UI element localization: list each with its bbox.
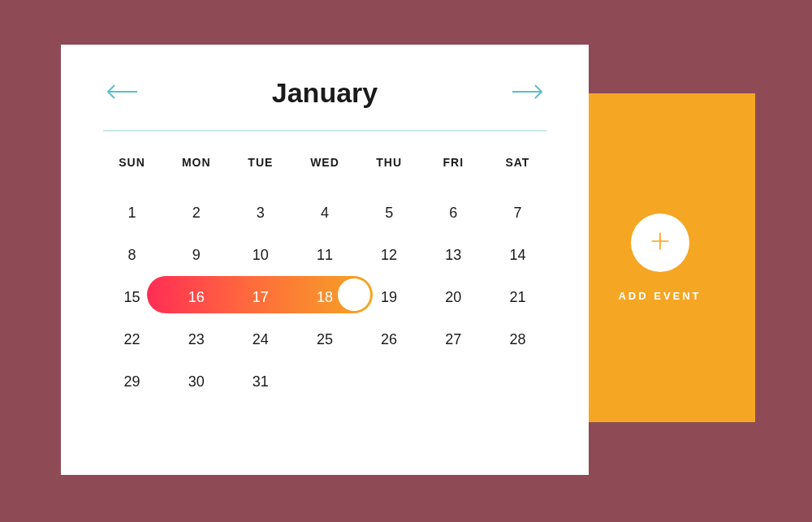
arrow-right-icon — [511, 83, 543, 104]
weekday-label: SUN — [100, 156, 164, 169]
day-cell[interactable]: 30 — [164, 360, 228, 403]
day-cell[interactable]: 18 — [292, 276, 356, 318]
day-cell[interactable]: 17 — [228, 276, 292, 318]
day-cell[interactable]: 26 — [357, 318, 421, 360]
day-cell[interactable]: 27 — [421, 318, 486, 360]
day-cell[interactable]: 5 — [357, 192, 421, 234]
weekday-label: FRI — [421, 156, 486, 169]
day-cell[interactable]: 11 — [292, 234, 356, 276]
day-cell[interactable]: 19 — [357, 276, 421, 318]
weekday-label: WED — [292, 156, 356, 169]
day-cell[interactable]: 31 — [228, 360, 292, 403]
day-cell[interactable]: 16 — [164, 276, 228, 318]
day-cell[interactable]: 24 — [228, 318, 292, 360]
day-cell[interactable]: 20 — [421, 276, 486, 318]
next-month-button[interactable] — [511, 83, 543, 104]
day-cell[interactable]: 21 — [486, 276, 550, 318]
calendar-header: January — [100, 77, 550, 130]
plus-icon — [650, 231, 671, 255]
day-cell[interactable]: 3 — [228, 192, 292, 234]
day-cell[interactable]: 13 — [421, 234, 486, 276]
arrow-left-icon — [106, 83, 139, 104]
header-divider — [103, 130, 546, 132]
day-cell[interactable]: 25 — [292, 318, 356, 360]
day-cell[interactable]: 22 — [100, 318, 164, 360]
day-cell[interactable]: 23 — [164, 318, 228, 360]
weekday-label: THU — [357, 156, 421, 169]
weekday-row: SUN MON TUE WED THU FRI SAT — [100, 156, 550, 169]
day-cell[interactable]: 4 — [292, 192, 356, 234]
day-cell[interactable]: 6 — [421, 192, 486, 234]
day-cell[interactable]: 7 — [486, 192, 550, 234]
dates-grid-wrapper: 1234567891011121314151617181920212223242… — [100, 192, 550, 403]
weekday-label: MON — [164, 156, 228, 169]
day-cell[interactable]: 15 — [100, 276, 164, 318]
day-cell[interactable]: 9 — [164, 234, 228, 276]
add-event-label: ADD EVENT — [618, 290, 701, 302]
day-cell[interactable]: 14 — [486, 234, 550, 276]
day-cell[interactable]: 8 — [100, 234, 164, 276]
month-title: January — [272, 77, 378, 109]
day-cell[interactable]: 10 — [228, 234, 292, 276]
dates-grid: 1234567891011121314151617181920212223242… — [100, 192, 550, 403]
day-cell[interactable]: 12 — [357, 234, 421, 276]
calendar-card: January SUN MON TUE WED THU FRI SAT 1234… — [61, 45, 589, 475]
add-event-button[interactable] — [631, 214, 689, 272]
prev-month-button[interactable] — [106, 83, 139, 104]
day-cell[interactable]: 29 — [100, 360, 164, 403]
day-cell[interactable]: 28 — [486, 318, 550, 360]
day-cell[interactable]: 2 — [164, 192, 228, 234]
day-cell[interactable]: 1 — [100, 192, 164, 234]
weekday-label: TUE — [228, 156, 292, 169]
weekday-label: SAT — [486, 156, 550, 169]
event-panel: ADD EVENT — [564, 93, 755, 422]
